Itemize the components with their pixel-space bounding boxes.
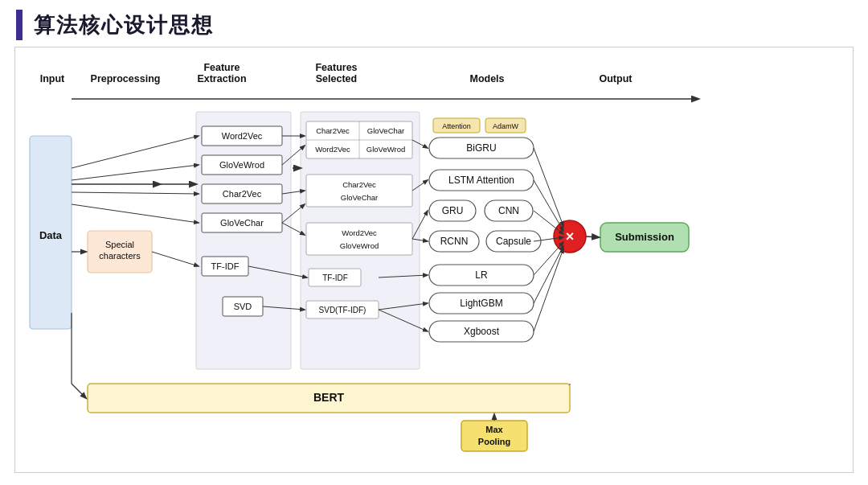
title-accent [16, 10, 23, 40]
page-title: 算法核心设计思想 [34, 11, 214, 39]
maxpool-line1: Max [485, 425, 503, 434]
submission-box: Submission [615, 231, 674, 243]
diagram-area: Input Preprocessing FeatureExtraction Fe… [14, 47, 854, 473]
fs-word2vec: Word2Vec [315, 145, 350, 154]
tfidf-box: TF-IDF [211, 261, 240, 271]
adamw-badge: AdamW [493, 122, 519, 130]
glovechar-box: GloVeChar [220, 218, 264, 228]
page: 算法核心设计思想 Input Preprocessing FeatureExtr… [0, 0, 868, 485]
special-chars-line1: Special [105, 240, 134, 249]
svd-box: SVD [234, 302, 252, 311]
fs-svd-tfidf: SVD(TF-IDF) [319, 306, 366, 314]
maxpool-line2: Pooling [478, 437, 510, 446]
x-combiner: × [566, 228, 575, 245]
svg-line-39 [72, 204, 199, 223]
diagram-svg: Data Special characters Word2Vec GloVeWr… [23, 88, 859, 458]
lr-box: LR [475, 269, 488, 281]
rcnn-box: RCNN [440, 236, 469, 247]
bigru-box: BiGRU [466, 142, 496, 154]
svg-line-38 [72, 192, 199, 194]
header-preprocessing: Preprocessing [81, 73, 170, 84]
header-feature-extraction: FeatureExtraction [170, 62, 274, 84]
svg-line-61 [534, 246, 563, 303]
special-chars-line2: characters [99, 251, 141, 261]
svg-line-41 [152, 252, 199, 266]
svg-line-36 [72, 136, 199, 168]
title-bar: 算法核心设计思想 [0, 0, 868, 47]
fs-glovechar: GloVeChar [367, 126, 404, 135]
lightgbm-box: LightGBM [460, 298, 502, 309]
header-row: Input Preprocessing FeatureExtraction Fe… [23, 59, 845, 88]
fs-word2vec-gloveword-1: Word2Vec [342, 228, 377, 237]
word2vec-box: Word2Vec [222, 131, 263, 141]
svg-rect-14 [306, 223, 412, 255]
lstm-attention-box: LSTM Attention [448, 175, 514, 186]
attention-badge: Attention [442, 122, 471, 130]
char2vec-box: Char2Vec [223, 189, 262, 199]
fs-char2vec-glovechar-2: GloVeChar [341, 193, 378, 202]
svg-line-37 [72, 165, 199, 180]
header-models: Models [399, 73, 575, 84]
fs-tfidf: TF-IDF [322, 273, 348, 282]
cnn-box: CNN [498, 205, 519, 216]
data-label: Data [39, 229, 63, 241]
svg-line-62 [534, 249, 563, 331]
svg-line-65 [72, 384, 86, 398]
fs-gloveword: GloVeWrod [366, 145, 405, 154]
svg-rect-2 [196, 112, 291, 369]
fs-word2vec-gloveword-2: GloVeWrod [340, 241, 379, 250]
capsule-box: Capsule [496, 236, 531, 247]
fs-char2vec: Char2Vec [316, 126, 350, 135]
bert-box: BERT [313, 391, 345, 404]
header-output: Output [575, 73, 656, 84]
gloveword-box: GloVeWrod [219, 160, 264, 170]
gru-box: GRU [442, 205, 464, 216]
svg-line-63 [586, 236, 599, 237]
header-input: Input [23, 73, 81, 84]
fs-char2vec-glovechar-1: Char2Vec [342, 180, 376, 189]
xgboost-box: Xgboost [464, 326, 500, 337]
header-features-selected: FeaturesSelected [274, 62, 399, 84]
svg-rect-13 [306, 175, 412, 207]
